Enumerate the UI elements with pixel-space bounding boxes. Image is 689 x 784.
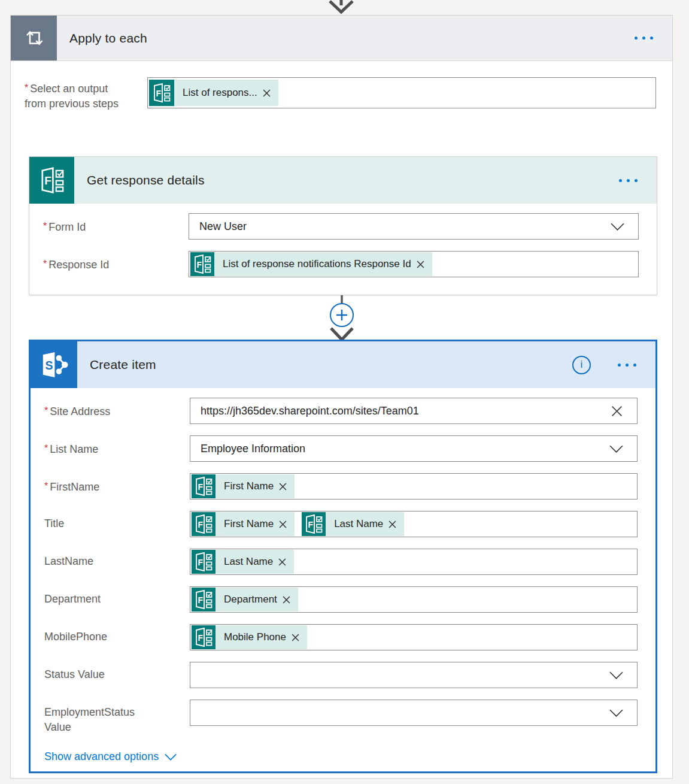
remove-token-icon[interactable] [263, 89, 271, 97]
forms-icon [192, 512, 215, 536]
firstname-input[interactable]: First Name [190, 473, 638, 500]
title-row: Title First Name [44, 511, 638, 537]
site-address-value: https://jh365dev.sharepoint.com/sites/Te… [190, 405, 611, 417]
list-name-label: List Name [50, 443, 98, 455]
get-response-details-menu-button[interactable] [619, 179, 638, 182]
apply-to-each-scope: Apply to each *Select an output from pre… [10, 15, 673, 779]
dynamic-content-token[interactable]: First Name [192, 512, 295, 536]
status-value-label: Status Value [44, 668, 105, 680]
site-address-row: *Site Address https://jh365dev.sharepoin… [44, 398, 638, 424]
required-marker: * [43, 259, 47, 269]
lastname-row: LastName Last Name [44, 549, 638, 575]
required-marker: * [25, 83, 28, 93]
forms-icon [192, 550, 215, 574]
status-value-row: Status Value [44, 662, 638, 688]
remove-token-icon[interactable] [292, 634, 299, 641]
show-advanced-options-link[interactable]: Show advanced options [44, 746, 638, 763]
remove-token-icon[interactable] [279, 483, 287, 491]
info-icon[interactable]: i [572, 356, 591, 374]
clear-input-icon[interactable] [611, 405, 623, 417]
remove-token-icon[interactable] [278, 558, 286, 566]
response-id-label: Response Id [48, 259, 109, 271]
forms-icon [302, 512, 326, 536]
remove-token-icon[interactable] [279, 520, 287, 528]
token-label: Department [215, 594, 283, 606]
response-id-row: *Response Id List of response notificati… [43, 251, 639, 277]
insert-new-step-button[interactable] [330, 304, 353, 326]
dynamic-content-token[interactable]: Last Name [302, 512, 404, 536]
mobilephone-input[interactable]: Mobile Phone [190, 624, 638, 650]
list-name-dropdown[interactable]: Employee Information [190, 435, 638, 462]
forms-icon [192, 625, 215, 649]
remove-token-icon[interactable] [283, 596, 290, 604]
select-output-row: *Select an output from previous steps Li… [25, 77, 656, 111]
create-item-body: *Site Address https://jh365dev.sharepoin… [31, 388, 655, 763]
firstname-row: *FirstName First Name [44, 473, 638, 500]
list-name-value: Employee Information [190, 443, 609, 455]
employmentstatus-value-row: EmploymentStatus Value [44, 700, 638, 735]
chevron-down-icon[interactable] [609, 445, 623, 453]
token-label: Mobile Phone [215, 631, 292, 643]
create-item-title: Create item [77, 358, 572, 372]
remove-token-icon[interactable] [417, 261, 424, 268]
mobilephone-row: MobilePhone Mobile Phone [44, 624, 638, 650]
site-address-label: Site Address [50, 405, 110, 417]
apply-to-each-loop-icon [11, 16, 57, 60]
chevron-down-icon[interactable] [611, 223, 624, 231]
apply-to-each-header[interactable]: Apply to each [11, 16, 672, 61]
create-item-card: Create item i *Site Address https://jh36… [29, 340, 657, 773]
token-label: Last Name [326, 518, 388, 530]
sharepoint-icon [31, 341, 77, 388]
create-item-header[interactable]: Create item i [31, 341, 655, 388]
required-marker: * [44, 405, 48, 416]
mobilephone-label: MobilePhone [44, 631, 107, 643]
select-output-label: Select an output from previous steps [25, 83, 119, 110]
dynamic-content-token[interactable]: List of respons... [149, 80, 278, 106]
forms-icon [192, 474, 215, 498]
forms-icon [149, 80, 174, 106]
flow-designer-canvas: Apply to each *Select an output from pre… [0, 0, 689, 784]
list-name-row: *List Name Employee Information [44, 435, 638, 462]
response-id-input[interactable]: List of response notifications Response … [189, 251, 639, 277]
dynamic-content-token[interactable]: Last Name [192, 550, 294, 574]
chevron-down-icon [165, 753, 177, 761]
chevron-down-icon[interactable] [609, 709, 623, 717]
chevron-down-icon[interactable] [609, 671, 623, 679]
site-address-input[interactable]: https://jh365dev.sharepoint.com/sites/Te… [190, 398, 638, 424]
title-input[interactable]: First Name Last Name [190, 511, 638, 537]
employmentstatus-value-dropdown[interactable] [190, 700, 638, 726]
department-input[interactable]: Department [190, 586, 638, 613]
apply-to-each-title: Apply to each [57, 31, 635, 46]
get-response-details-body: *Form Id New User *Response Id [29, 204, 657, 277]
dynamic-content-token[interactable]: Mobile Phone [192, 625, 307, 649]
dynamic-content-token[interactable]: First Name [192, 474, 295, 498]
status-value-dropdown[interactable] [190, 662, 638, 688]
token-label: List of response notifications Response … [214, 258, 417, 270]
forms-icon [190, 252, 214, 276]
required-marker: * [44, 443, 48, 453]
get-response-details-header[interactable]: Get response details [29, 157, 657, 204]
create-item-menu-button[interactable] [618, 364, 636, 367]
dynamic-content-token[interactable]: Department [192, 588, 298, 612]
dynamic-content-token[interactable]: List of response notifications Response … [190, 252, 432, 276]
required-marker: * [43, 221, 47, 231]
form-id-label: Form Id [48, 221, 86, 233]
lastname-label: LastName [44, 555, 93, 567]
show-advanced-options-label: Show advanced options [44, 750, 159, 763]
token-label: First Name [215, 518, 279, 530]
select-output-input[interactable]: List of respons... [147, 77, 656, 108]
get-response-details-card: Get response details *Form Id New User [29, 156, 657, 295]
firstname-label: FirstName [50, 481, 99, 493]
lastname-input[interactable]: Last Name [190, 549, 638, 575]
remove-token-icon[interactable] [388, 520, 396, 528]
ms-forms-icon [29, 157, 74, 204]
connector-arrow-down-icon [327, 0, 356, 14]
token-label: Last Name [215, 556, 278, 568]
department-row: Department Department [44, 586, 638, 613]
token-label: List of respons... [174, 87, 263, 99]
get-response-details-title: Get response details [74, 173, 619, 187]
form-id-dropdown[interactable]: New User [189, 213, 639, 240]
apply-to-each-menu-button[interactable] [635, 37, 653, 40]
connector-insert-step [327, 295, 356, 340]
title-label: Title [44, 517, 64, 529]
